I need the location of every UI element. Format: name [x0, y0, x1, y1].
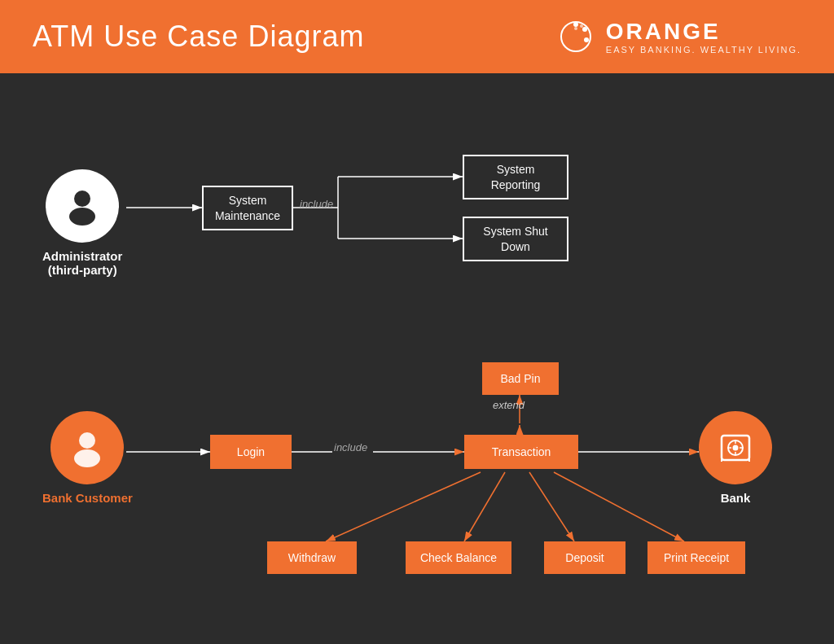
- bad-pin-box: Bad Pin: [482, 362, 559, 395]
- diagram: Administrator (third-party) System Maint…: [0, 73, 834, 644]
- svg-line-23: [529, 472, 574, 541]
- svg-point-25: [74, 191, 90, 207]
- actor-bank-customer: Bank Customer: [42, 411, 133, 505]
- bank-label: Bank: [721, 491, 751, 505]
- svg-point-31: [733, 445, 739, 451]
- svg-line-22: [464, 472, 505, 541]
- check-balance-box: Check Balance: [406, 541, 511, 574]
- bank-vault-icon: [715, 427, 756, 468]
- customer-label: Bank Customer: [42, 491, 133, 505]
- logo-name: ORANGE: [606, 19, 801, 45]
- svg-point-3: [584, 37, 589, 42]
- transaction-box: Transaction: [464, 435, 578, 469]
- svg-point-5: [580, 24, 583, 28]
- system-shutdown-box: System Shut Down: [463, 217, 568, 261]
- system-maintenance-box: System Maintenance: [202, 186, 293, 230]
- svg-point-27: [79, 432, 95, 449]
- include-label-bottom: include: [334, 441, 367, 453]
- svg-point-26: [69, 208, 95, 226]
- admin-label: Administrator (third-party): [42, 249, 122, 277]
- page-title: ATM Use Case Diagram: [33, 20, 364, 54]
- system-reporting-box: System Reporting: [463, 155, 568, 199]
- admin-person-icon: [62, 186, 103, 226]
- svg-point-1: [573, 22, 578, 27]
- admin-avatar: [46, 169, 119, 243]
- customer-avatar: [50, 411, 124, 484]
- svg-line-21: [326, 472, 481, 541]
- logo: ORANGE EASY BANKING. WEALTHY LIVING.: [555, 16, 801, 57]
- svg-line-24: [554, 472, 684, 541]
- svg-point-4: [574, 27, 577, 30]
- deposit-box: Deposit: [544, 541, 626, 574]
- logo-text: ORANGE EASY BANKING. WEALTHY LIVING.: [606, 19, 801, 55]
- actor-bank: Bank: [699, 411, 772, 505]
- bank-avatar: [699, 411, 772, 484]
- logo-tagline: EASY BANKING. WEALTHY LIVING.: [606, 45, 801, 55]
- svg-point-28: [74, 449, 100, 467]
- header: ATM Use Case Diagram ORANGE EASY BANKING…: [0, 0, 834, 73]
- include-label-top: include: [300, 198, 333, 210]
- withdraw-box: Withdraw: [267, 541, 357, 574]
- print-receipt-box: Print Receipt: [647, 541, 745, 574]
- logo-icon: [555, 16, 596, 57]
- svg-point-2: [582, 27, 587, 32]
- customer-person-icon: [67, 427, 108, 468]
- actor-administrator: Administrator (third-party): [42, 169, 122, 277]
- login-box: Login: [210, 435, 292, 469]
- extend-label: extend: [493, 399, 525, 411]
